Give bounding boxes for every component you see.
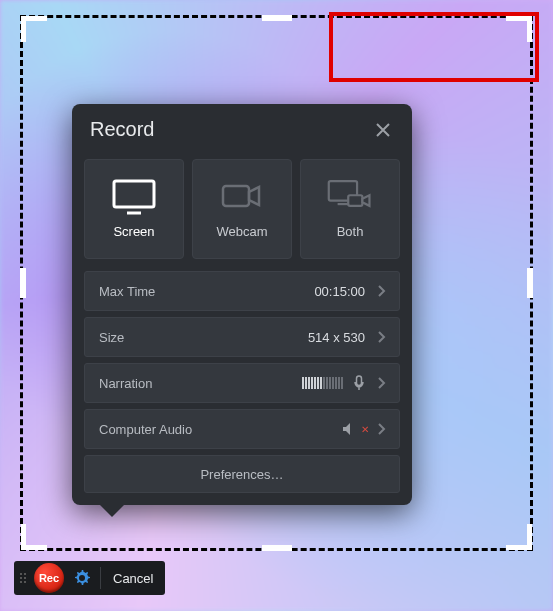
size-value: 514 x 530 bbox=[308, 330, 365, 345]
mode-selector: Screen Webcam Both bbox=[72, 151, 412, 271]
vu-meter bbox=[302, 377, 343, 389]
resize-handle-bottom[interactable] bbox=[262, 545, 292, 551]
resize-handle-right[interactable] bbox=[527, 268, 533, 298]
svg-rect-0 bbox=[114, 181, 154, 207]
cancel-label: Cancel bbox=[113, 571, 153, 586]
narration-label: Narration bbox=[99, 376, 302, 391]
resize-handle-top[interactable] bbox=[262, 15, 292, 21]
screen-icon bbox=[111, 180, 157, 214]
settings-button[interactable] bbox=[70, 566, 94, 590]
max-time-value: 00:15:00 bbox=[314, 284, 365, 299]
svg-rect-5 bbox=[348, 195, 362, 206]
preferences-label: Preferences… bbox=[200, 467, 283, 482]
drag-grip-icon[interactable] bbox=[18, 573, 28, 583]
row-size[interactable]: Size 514 x 530 bbox=[84, 317, 400, 357]
panel-header: Record bbox=[72, 104, 412, 151]
record-toolbar[interactable]: Rec Cancel bbox=[14, 561, 165, 595]
record-button[interactable]: Rec bbox=[34, 563, 64, 593]
computer-audio-label: Computer Audio bbox=[99, 422, 339, 437]
settings-list: Max Time 00:15:00 Size 514 x 530 Narrati… bbox=[72, 271, 412, 505]
mode-webcam[interactable]: Webcam bbox=[192, 159, 292, 259]
resize-handle-top-left[interactable] bbox=[21, 16, 47, 42]
mode-screen[interactable]: Screen bbox=[84, 159, 184, 259]
close-button[interactable] bbox=[372, 119, 394, 141]
toolbar-divider bbox=[100, 567, 101, 589]
chevron-right-icon bbox=[373, 282, 391, 300]
chevron-right-icon bbox=[373, 328, 391, 346]
preferences-button[interactable]: Preferences… bbox=[84, 455, 400, 493]
cancel-button[interactable]: Cancel bbox=[107, 571, 159, 586]
record-button-label: Rec bbox=[39, 572, 59, 584]
webcam-icon bbox=[219, 180, 265, 214]
chevron-right-icon bbox=[373, 374, 391, 392]
resize-handle-bottom-left[interactable] bbox=[21, 524, 47, 550]
gear-icon bbox=[73, 569, 91, 587]
close-icon bbox=[376, 123, 390, 137]
resize-handle-bottom-right[interactable] bbox=[506, 524, 532, 550]
row-max-time[interactable]: Max Time 00:15:00 bbox=[84, 271, 400, 311]
row-computer-audio[interactable]: Computer Audio ✕ bbox=[84, 409, 400, 449]
muted-x-icon: ✕ bbox=[361, 424, 369, 435]
speaker-muted-icon bbox=[339, 419, 359, 439]
mode-both-label: Both bbox=[337, 224, 364, 239]
chevron-right-icon bbox=[373, 420, 391, 438]
max-time-label: Max Time bbox=[99, 284, 314, 299]
mode-both[interactable]: Both bbox=[300, 159, 400, 259]
panel-title: Record bbox=[90, 118, 154, 141]
size-label: Size bbox=[99, 330, 308, 345]
resize-handle-left[interactable] bbox=[20, 268, 26, 298]
mode-webcam-label: Webcam bbox=[216, 224, 267, 239]
record-panel: Record Screen Webcam Both Max Time bbox=[72, 104, 412, 505]
mode-screen-label: Screen bbox=[113, 224, 154, 239]
svg-rect-2 bbox=[223, 186, 249, 206]
microphone-icon bbox=[349, 373, 369, 393]
both-icon bbox=[327, 180, 373, 214]
row-narration[interactable]: Narration bbox=[84, 363, 400, 403]
annotation-highlight-box bbox=[329, 12, 539, 82]
